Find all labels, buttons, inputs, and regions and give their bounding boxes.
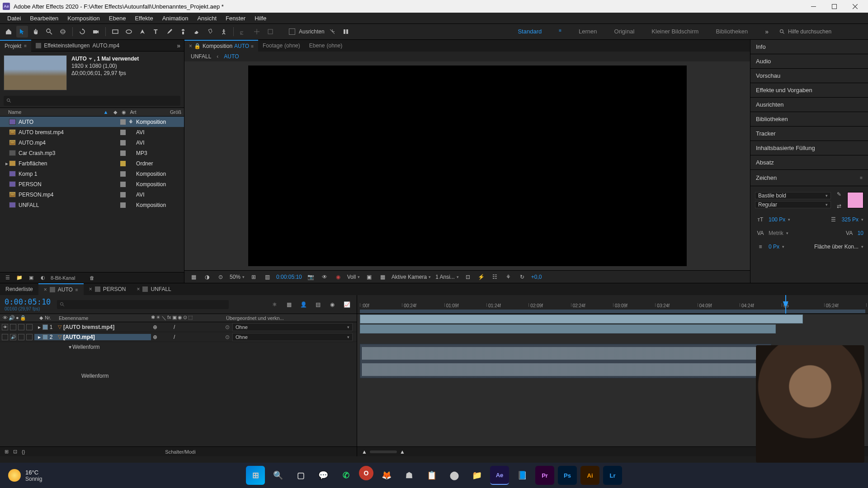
project-bpc[interactable]: 8-Bit-Kanal: [51, 275, 75, 281]
timeline-search[interactable]: [57, 300, 229, 309]
rectangle-tool[interactable]: [109, 26, 121, 38]
app-icon-1[interactable]: ☗: [400, 466, 419, 485]
swap-colors-icon[interactable]: ⇄: [834, 201, 844, 211]
leading-value[interactable]: 325 Px: [842, 216, 859, 223]
menu-edit[interactable]: Bearbeiten: [25, 14, 63, 23]
lightroom-icon[interactable]: Lr: [603, 466, 622, 485]
task-view-icon[interactable]: ▢: [291, 466, 310, 485]
menu-effects[interactable]: Effekte: [130, 14, 157, 23]
playhead[interactable]: [785, 295, 786, 314]
fast-preview-icon[interactable]: ⚡: [477, 272, 486, 282]
channel-icon[interactable]: ◑: [203, 272, 212, 282]
composition-canvas[interactable]: [248, 66, 687, 266]
roto-tool[interactable]: [204, 26, 216, 38]
project-item[interactable]: AUTO.mp4AVI: [0, 137, 184, 148]
workspace-standard[interactable]: Standard: [518, 28, 542, 35]
libraries-panel-header[interactable]: Bibliotheken: [750, 112, 868, 127]
zoom-slider[interactable]: [370, 450, 397, 453]
col-type[interactable]: Art: [127, 109, 167, 115]
col-label[interactable]: ◆: [111, 109, 119, 115]
workspace-overflow-icon[interactable]: »: [765, 28, 769, 35]
rotate-tool[interactable]: [76, 26, 88, 38]
pen-tool[interactable]: [137, 26, 148, 38]
solo-col-icon[interactable]: ●: [16, 315, 19, 321]
shy-icon[interactable]: 👤: [298, 299, 309, 310]
audio-col-icon[interactable]: 🔊: [9, 315, 15, 321]
col-tag[interactable]: ◉: [119, 109, 127, 115]
mask-icon[interactable]: ⊙: [216, 272, 225, 282]
menu-file[interactable]: Datei: [3, 14, 25, 23]
resolution-dropdown[interactable]: Voll▾: [347, 274, 360, 280]
footage-tab[interactable]: Footage (ohne): [258, 40, 305, 51]
obs-icon[interactable]: ⬤: [445, 466, 464, 485]
menu-window[interactable]: Fenster: [221, 14, 250, 23]
snap-edge-icon[interactable]: [340, 26, 352, 38]
parent-col[interactable]: Übergeordnet und verkn...: [223, 315, 354, 321]
project-item[interactable]: AUTO bremst.mp4AVI: [0, 127, 184, 137]
panel-menu-icon[interactable]: ≡: [24, 43, 27, 48]
grid-icon[interactable]: ⊞: [249, 272, 258, 282]
app-icon-3[interactable]: 📘: [513, 466, 532, 485]
panel-overflow-icon[interactable]: »: [173, 42, 184, 49]
orbit-tool[interactable]: [57, 26, 69, 38]
transparency-icon[interactable]: ▦: [378, 272, 387, 282]
adjust-icon[interactable]: ◐: [39, 274, 47, 282]
ellipse-tool[interactable]: [123, 26, 135, 38]
teams-icon[interactable]: 💬: [314, 466, 333, 485]
workspace-libraries[interactable]: Bibliotheken: [716, 28, 748, 35]
layer-bar-2[interactable]: [360, 324, 776, 333]
project-item[interactable]: PERSONKomposition: [0, 179, 184, 189]
tracker-panel-header[interactable]: Tracker: [750, 127, 868, 141]
window-minimize-button[interactable]: [803, 0, 824, 13]
draft-3d-icon[interactable]: ▦: [283, 299, 294, 310]
crumb-leaf[interactable]: AUTO: [224, 53, 239, 60]
timeline-tab[interactable]: Renderliste: [0, 284, 38, 295]
effects-panel-header[interactable]: Effekte und Vorgaben: [750, 83, 868, 98]
zoom-in-icon[interactable]: ▲: [362, 449, 367, 455]
graph-editor-icon[interactable]: 📈: [341, 299, 352, 310]
clone-tool[interactable]: [177, 26, 189, 38]
toggle-modes-icon[interactable]: ⊡: [13, 449, 17, 455]
help-search[interactable]: Hilfe durchsuchen: [779, 28, 865, 35]
menu-view[interactable]: Ansicht: [193, 14, 221, 23]
selection-tool[interactable]: [16, 26, 28, 38]
zoom-dropdown[interactable]: 50%▾: [230, 274, 245, 280]
workspace-original[interactable]: Original: [614, 28, 635, 35]
waveform-group-label[interactable]: Wellenform: [72, 344, 99, 350]
explorer-icon[interactable]: 📁: [467, 466, 486, 485]
nr-col[interactable]: Nr.: [45, 315, 51, 321]
opera-icon[interactable]: O: [359, 466, 373, 480]
effect-controls-tab[interactable]: Effekteinstellungen AUTO.mp4: [31, 40, 124, 51]
project-item[interactable]: UNFALLKomposition: [0, 200, 184, 210]
audio-panel-header[interactable]: Audio: [750, 54, 868, 69]
camera-tool[interactable]: [90, 26, 102, 38]
window-close-button[interactable]: [844, 0, 865, 13]
after-effects-icon[interactable]: Ae: [490, 466, 509, 485]
rgb-icon[interactable]: ◉: [334, 272, 343, 282]
comp-mini-flowchart-icon[interactable]: ⚛: [269, 299, 280, 310]
align-panel-header[interactable]: Ausrichten: [750, 98, 868, 112]
font-family-dropdown[interactable]: Bastile bold▾: [755, 192, 831, 199]
eyedropper-icon[interactable]: ✎: [834, 189, 844, 200]
layername-col[interactable]: Ebenenname: [56, 315, 151, 321]
alpha-icon[interactable]: ▦: [189, 272, 198, 282]
text-tool[interactable]: T: [150, 26, 162, 38]
trash-icon[interactable]: 🗑: [88, 274, 96, 282]
character-panel-header[interactable]: Zeichen≡: [750, 170, 868, 186]
camera-dropdown[interactable]: Aktive Kamera▾: [392, 274, 431, 280]
toggle-switches-icon[interactable]: ⊞: [5, 449, 9, 455]
snapshot-icon[interactable]: 📷: [307, 272, 316, 282]
menu-layer[interactable]: Ebene: [104, 14, 131, 23]
illustrator-icon[interactable]: Ai: [580, 466, 599, 485]
preview-panel-header[interactable]: Vorschau: [750, 69, 868, 83]
show-snapshot-icon[interactable]: 👁: [320, 272, 329, 282]
work-area-bar[interactable]: [360, 310, 865, 313]
hand-tool[interactable]: [30, 26, 42, 38]
brush-tool[interactable]: [164, 26, 175, 38]
new-comp-icon[interactable]: ▣: [27, 274, 35, 282]
whatsapp-icon[interactable]: ✆: [336, 466, 355, 485]
timeline-ruler[interactable]: :00f00:24f01:09f01:24f02:09f02:24f03:09f…: [357, 295, 868, 314]
font-size-value[interactable]: 100 Px: [769, 216, 785, 223]
motion-blur-icon[interactable]: ◉: [327, 299, 338, 310]
guides-icon[interactable]: ▥: [263, 272, 272, 282]
